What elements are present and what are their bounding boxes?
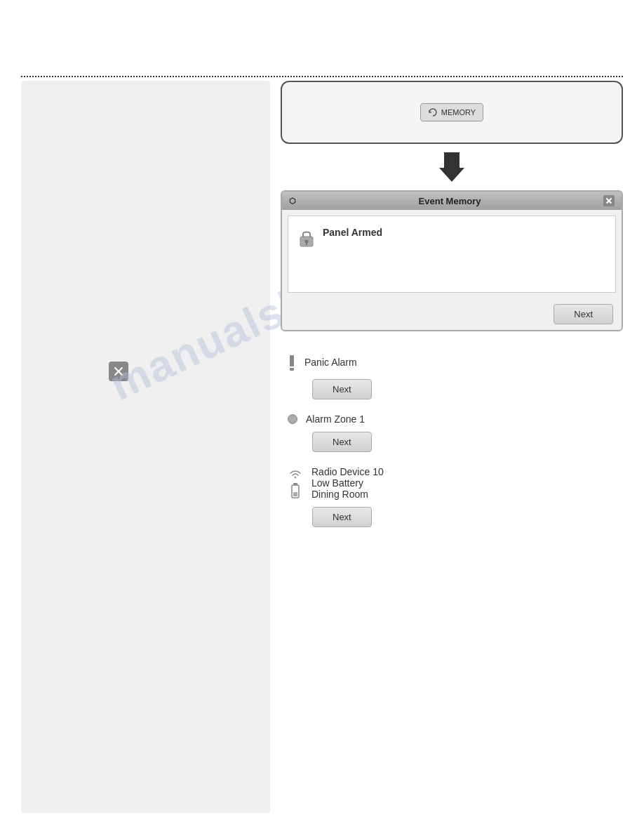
panic-alarm-item: Panic Alarm xyxy=(288,352,357,372)
memory-button-label: MEMORY xyxy=(441,108,476,117)
dialog-body: Panel Armed xyxy=(288,216,616,293)
memory-icon xyxy=(428,107,438,117)
zone-alarm-item: Alarm Zone 1 xyxy=(288,413,365,425)
svg-rect-4 xyxy=(290,368,294,371)
zone-next-button[interactable]: Next xyxy=(312,432,372,452)
radio-device-item: Radio Device 10 Low Battery Dining Room xyxy=(288,466,384,500)
zone-alarm-label: Alarm Zone 1 xyxy=(306,413,365,425)
memory-button[interactable]: MEMORY xyxy=(420,103,483,121)
close-button[interactable] xyxy=(109,362,128,381)
radio-device-line2: Low Battery xyxy=(311,477,384,489)
memory-button-box: MEMORY xyxy=(281,81,623,144)
down-arrow xyxy=(281,152,623,182)
panic-next-button[interactable]: Next xyxy=(312,379,372,399)
radio-device-labels: Radio Device 10 Low Battery Dining Room xyxy=(311,466,384,500)
svg-rect-3 xyxy=(290,355,294,366)
radio-device-line3: Dining Room xyxy=(311,489,384,500)
event-row-panic: Panic Alarm Next xyxy=(281,352,623,399)
panic-icon xyxy=(288,352,296,372)
panic-alarm-label: Panic Alarm xyxy=(304,357,357,368)
dotted-divider xyxy=(21,76,623,77)
dialog-footer: Next xyxy=(282,298,622,330)
radio-battery-icon xyxy=(288,468,303,498)
event-memory-dialog: ⬡ Event Memory Panel Armed Next xyxy=(281,190,623,331)
svg-rect-7 xyxy=(293,492,297,496)
dialog-header: ⬡ Event Memory xyxy=(282,192,622,210)
event-row-zone: Alarm Zone 1 Next xyxy=(281,413,623,452)
svg-point-1 xyxy=(305,240,309,244)
radio-device-line1: Radio Device 10 xyxy=(311,466,384,477)
dialog-title: Event Memory xyxy=(419,196,481,206)
battery-icon xyxy=(291,483,300,498)
dialog-header-icon: ⬡ xyxy=(289,197,296,206)
dialog-close-button[interactable] xyxy=(603,195,615,206)
lock-icon xyxy=(299,228,314,248)
radio-next-button[interactable]: Next xyxy=(312,507,372,527)
wifi-icon xyxy=(288,468,303,480)
zone-icon xyxy=(288,414,297,424)
dialog-next-button[interactable]: Next xyxy=(554,304,613,324)
left-panel xyxy=(21,81,270,813)
right-panel: MEMORY ⬡ Event Memory Panel Armed Next xyxy=(281,81,623,541)
dialog-event-label: Panel Armed xyxy=(323,227,382,238)
event-row-radio: Radio Device 10 Low Battery Dining Room … xyxy=(281,466,623,527)
